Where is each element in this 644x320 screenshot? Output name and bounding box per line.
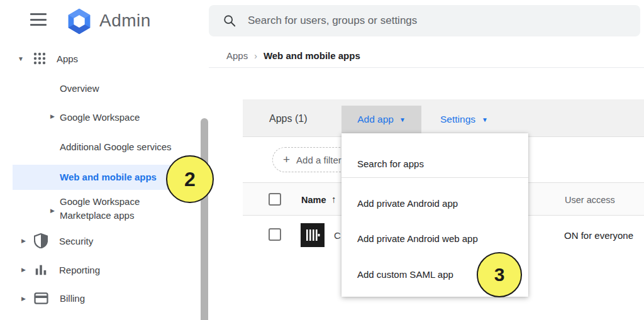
annotation-step-2: 2 [166, 155, 214, 203]
menu-item-add-private-android-app[interactable]: Add private Android app [357, 198, 458, 209]
chevron-down-icon: ▼ [482, 116, 488, 123]
settings-button[interactable]: Settings ▼ [440, 106, 488, 133]
chevron-right-icon[interactable]: ▶ [21, 238, 34, 244]
hamburger-menu-icon[interactable] [30, 13, 47, 26]
chevron-right-icon[interactable]: ▶ [50, 113, 55, 119]
menu-item-search-for-apps[interactable]: Search for apps [357, 158, 424, 169]
user-access-value: ON for everyone [564, 230, 633, 241]
sidebar-item-label: Reporting [59, 265, 100, 275]
google-admin-logo-icon [65, 8, 94, 35]
chevron-right-icon[interactable]: ▶ [21, 267, 34, 273]
brand-title: Admin [99, 11, 151, 31]
divider [209, 67, 644, 68]
sort-ascending-icon[interactable]: ↑ [331, 194, 336, 204]
chevron-right-icon[interactable]: ▶ [21, 295, 34, 302]
sidebar-item-reporting[interactable]: ▶ Reporting [21, 263, 100, 277]
plus-icon: + [283, 153, 290, 167]
add-filter-label: Add a filter [296, 155, 341, 165]
sidebar-item-security[interactable]: ▶ Security [21, 233, 93, 248]
global-search-bar[interactable] [209, 5, 640, 36]
app-logo-icon [301, 223, 325, 247]
credit-card-icon [34, 292, 48, 304]
breadcrumb-parent[interactable]: Apps [226, 50, 248, 61]
apps-grid-icon [33, 52, 47, 65]
menu-item-add-private-android-web-app[interactable]: Add private Android web app [357, 233, 478, 244]
chevron-down-icon: ▼ [399, 116, 406, 123]
sidebar-item-overview[interactable]: Overview [60, 83, 99, 94]
sidebar-item-marketplace-apps[interactable]: Google Workspace Marketplace apps [60, 195, 170, 223]
column-header-user-access[interactable]: User access [565, 195, 615, 205]
breadcrumb: Apps › Web and mobile apps [226, 50, 360, 61]
search-icon [223, 14, 236, 28]
sidebar-item-web-and-mobile-apps[interactable]: Web and mobile apps [60, 172, 157, 182]
search-input[interactable] [248, 14, 600, 27]
add-app-label: Add app [357, 114, 394, 125]
menu-item-add-custom-saml-app[interactable]: Add custom SAML app [357, 269, 453, 280]
bar-chart-icon [34, 263, 48, 277]
chevron-down-icon[interactable]: ▼ [18, 55, 24, 62]
settings-label: Settings [440, 114, 475, 125]
sidebar-item-label: Billing [60, 293, 85, 304]
sidebar-item-billing[interactable]: ▶ Billing [21, 292, 85, 304]
app-name[interactable]: C [334, 230, 341, 241]
sidebar-item-additional-google-services[interactable]: Additional Google services [60, 141, 172, 152]
sidebar-item-google-workspace[interactable]: Google Workspace [60, 112, 140, 123]
sidebar-item-label: Security [59, 236, 93, 246]
sidebar-section-label: Apps [57, 53, 78, 64]
breadcrumb-current: Web and mobile apps [264, 50, 360, 61]
annotation-step-3: 3 [477, 252, 522, 297]
row-checkbox[interactable] [269, 228, 281, 241]
shield-icon [34, 233, 48, 248]
column-header-name[interactable]: Name [301, 195, 326, 205]
sidebar-scrollbar[interactable] [201, 118, 208, 320]
breadcrumb-separator-icon: › [254, 51, 257, 61]
select-all-checkbox[interactable] [269, 193, 281, 206]
chevron-right-icon[interactable]: ▶ [50, 207, 55, 214]
sidebar-section-apps[interactable]: ▼ Apps [18, 52, 78, 65]
add-app-button[interactable]: Add app ▼ [341, 106, 421, 133]
menu-divider [341, 177, 528, 178]
apps-count-label: Apps (1) [269, 113, 307, 124]
